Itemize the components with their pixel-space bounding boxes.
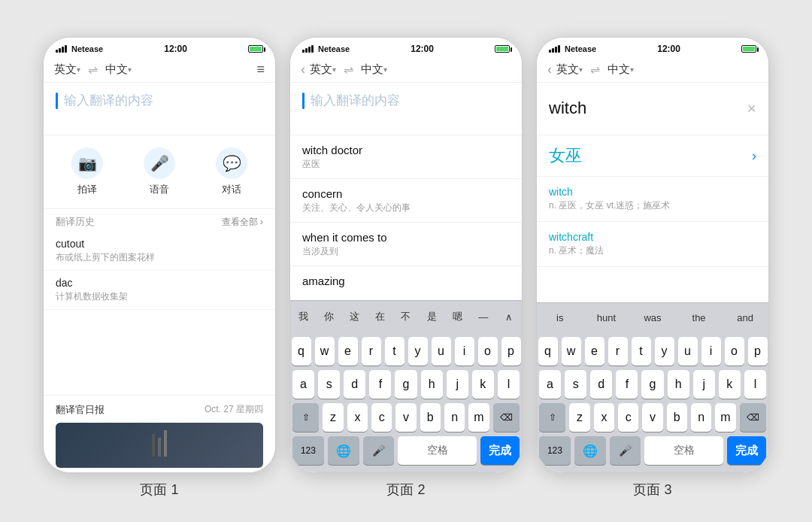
lang-from-2[interactable]: 英文 (310, 62, 332, 77)
lang-to-3[interactable]: 中文 (607, 62, 630, 77)
suggestion-item-2[interactable]: when it comes to 当涉及到 (290, 223, 522, 266)
chat-btn[interactable]: 💬 对话 (216, 147, 247, 196)
key-m-2[interactable]: m (468, 403, 489, 432)
key-h-3[interactable]: h (668, 370, 689, 399)
key-t-3[interactable]: t (632, 337, 651, 366)
swap-icon-2[interactable]: ⇌ (344, 62, 353, 77)
key-w-3[interactable]: w (562, 337, 581, 366)
key-globe-2[interactable]: 🌐 (328, 436, 359, 465)
key-c-2[interactable]: c (371, 403, 392, 432)
result-witchcraft[interactable]: witchcraft n. 巫术；魔法 (537, 222, 768, 267)
lang-to-chevron-1[interactable]: ▾ (128, 65, 132, 74)
quick-key-不[interactable]: 不 (393, 307, 419, 326)
quick-key-dash[interactable]: — (471, 308, 496, 326)
key-k-3[interactable]: k (719, 370, 741, 399)
key-z-2[interactable]: z (323, 403, 343, 432)
mic-btn[interactable]: 🎤 语音 (144, 147, 175, 196)
quick-key-the[interactable]: the (676, 309, 723, 326)
result-chevron[interactable]: › (752, 148, 756, 164)
quick-key-was[interactable]: was (629, 309, 676, 326)
result-witch[interactable]: witch n. 巫医，女巫 vt.迷惑；施巫术 (537, 177, 768, 222)
input-area-2[interactable]: 输入翻译的内容 (290, 83, 522, 135)
key-i-3[interactable]: i (701, 337, 721, 366)
key-b-3[interactable]: b (667, 403, 687, 432)
lang-to-chevron-2[interactable]: ▾ (383, 65, 387, 74)
quick-key-and[interactable]: and (722, 309, 768, 326)
key-done-3[interactable]: 完成 (727, 436, 766, 465)
key-s-3[interactable]: s (565, 370, 586, 399)
key-a-3[interactable]: a (539, 370, 561, 399)
key-globe-3[interactable]: 🌐 (574, 436, 606, 465)
key-d-3[interactable]: d (590, 370, 612, 399)
suggestion-item-3[interactable]: amazing (290, 266, 522, 295)
key-t-2[interactable]: t (385, 337, 404, 366)
input-text-3[interactable]: witch (549, 98, 586, 120)
key-f-2[interactable]: f (369, 370, 391, 399)
swap-icon-1[interactable]: ⇌ (88, 62, 98, 77)
key-r-3[interactable]: r (608, 337, 628, 366)
quick-key-up[interactable]: ∧ (496, 308, 522, 326)
key-x-2[interactable]: x (347, 403, 368, 432)
key-n-2[interactable]: n (444, 403, 465, 432)
quick-key-是[interactable]: 是 (419, 307, 444, 326)
key-y-2[interactable]: y (408, 337, 428, 366)
quick-key-嗯[interactable]: 嗯 (444, 307, 470, 326)
key-backspace-3[interactable]: ⌫ (740, 403, 766, 432)
suggestion-item-0[interactable]: witch doctor 巫医 (290, 135, 522, 179)
key-z-3[interactable]: z (569, 403, 589, 432)
lang-from-chevron-3[interactable]: ▾ (579, 65, 583, 74)
key-y-3[interactable]: y (655, 337, 674, 366)
quick-key-这[interactable]: 这 (341, 307, 367, 326)
key-e-3[interactable]: e (585, 337, 604, 366)
quick-key-在[interactable]: 在 (368, 307, 393, 326)
key-n-3[interactable]: n (691, 403, 711, 432)
key-i-2[interactable]: i (455, 337, 474, 366)
clear-icon-3[interactable]: ✕ (747, 102, 756, 116)
quick-key-我[interactable]: 我 (290, 307, 316, 326)
key-space-3[interactable]: 空格 (644, 436, 723, 465)
input-placeholder-2[interactable]: 输入翻译的内容 (311, 92, 400, 110)
key-j-3[interactable]: j (693, 370, 715, 399)
key-v-2[interactable]: v (395, 403, 416, 432)
key-l-2[interactable]: l (498, 370, 520, 399)
key-123-2[interactable]: 123 (292, 436, 324, 465)
key-l-3[interactable]: l (744, 370, 766, 399)
key-u-3[interactable]: u (678, 337, 698, 366)
key-c-3[interactable]: c (618, 403, 638, 432)
key-s-2[interactable]: s (318, 370, 340, 399)
key-o-2[interactable]: o (478, 337, 498, 366)
key-m-3[interactable]: m (715, 403, 735, 432)
key-a-2[interactable]: a (292, 370, 314, 399)
key-v-3[interactable]: v (642, 403, 662, 432)
key-space-2[interactable]: 空格 (398, 436, 476, 465)
key-x-3[interactable]: x (594, 403, 614, 432)
suggestion-item-1[interactable]: concern 关注、关心、令人关心的事 (290, 179, 522, 223)
key-p-3[interactable]: p (748, 337, 768, 366)
daily-image[interactable] (56, 423, 263, 468)
key-r-2[interactable]: r (362, 337, 381, 366)
quick-key-hunt[interactable]: hunt (583, 309, 630, 326)
back-btn-2[interactable]: ‹ (301, 62, 305, 77)
input-placeholder-1[interactable]: 输入翻译的内容 (64, 92, 153, 110)
result-main[interactable]: 女巫 › (537, 135, 768, 177)
key-q-2[interactable]: q (292, 337, 311, 366)
input-area-3[interactable]: witch ✕ (537, 83, 768, 135)
key-f-3[interactable]: f (616, 370, 638, 399)
lang-from-chevron-2[interactable]: ▾ (332, 65, 336, 74)
lang-to-1[interactable]: 中文 (105, 62, 128, 77)
back-btn-3[interactable]: ‹ (547, 62, 552, 77)
key-k-2[interactable]: k (472, 370, 494, 399)
see-all-btn[interactable]: 查看全部 › (222, 216, 263, 229)
key-shift-2[interactable]: ⇧ (292, 403, 319, 432)
lang-from-1[interactable]: 英文 (54, 62, 77, 77)
lang-to-chevron-3[interactable]: ▾ (630, 65, 634, 74)
key-backspace-2[interactable]: ⌫ (493, 403, 520, 432)
key-g-3[interactable]: g (641, 370, 663, 399)
key-mic-2[interactable]: 🎤 (363, 436, 395, 465)
key-q-3[interactable]: q (538, 337, 558, 366)
menu-icon-1[interactable]: ≡ (256, 62, 265, 77)
input-area-1[interactable]: 输入翻译的内容 (44, 83, 275, 135)
lang-to-2[interactable]: 中文 (361, 62, 383, 77)
key-p-2[interactable]: p (501, 337, 521, 366)
quick-key-你[interactable]: 你 (316, 307, 341, 326)
